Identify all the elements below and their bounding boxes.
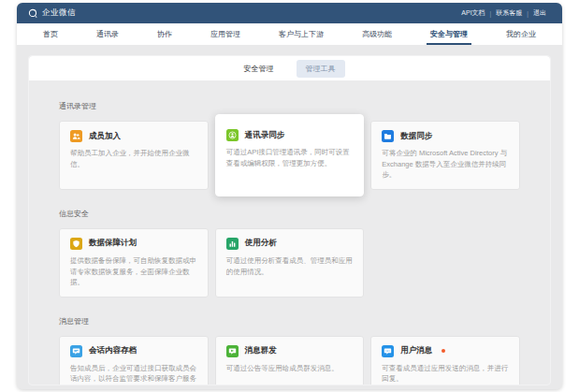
wework-logo-icon: [28, 8, 38, 19]
card-title: 会话内容存档: [89, 345, 137, 356]
wework-logo-text: 企业微信: [42, 7, 76, 19]
contact-support-link[interactable]: 联系客服: [491, 8, 527, 18]
people-icon: [70, 130, 82, 142]
card-description: 可将企业的 Microsoft Active Directory 与 Excha…: [382, 148, 509, 181]
shield-icon: [70, 238, 82, 250]
card-grid: 会话内容存档 告知成员后，企业可通过接口获取成员会话内容，以符合监管要求和保障客…: [59, 336, 520, 385]
card-contacts-sync[interactable]: 通讯录同步 可通过API接口管理通讯录，同时可设置查看或编辑权限，管理更加方便。: [215, 114, 365, 196]
logout-link[interactable]: 退出: [528, 8, 551, 18]
nav-item-advanced[interactable]: 高级功能: [356, 23, 398, 45]
nav-item-customers[interactable]: 客户与上下游: [273, 23, 329, 45]
nav-item-my-company[interactable]: 我的企业: [500, 23, 542, 45]
content-area: 安全管理 管理工具 通讯录管理: [17, 55, 562, 389]
card-description: 可通过使用分析查看成员、管理员和应用的使用情况。: [226, 255, 354, 277]
topbar-links: API文档 | 联系客服 | 退出: [456, 8, 551, 18]
subtab-strip: 安全管理 管理工具: [29, 56, 550, 80]
card-title: 数据同步: [400, 131, 432, 142]
folder-sync-icon: [382, 130, 394, 142]
nav-item-home[interactable]: 首页: [37, 23, 64, 45]
card-title: 用户消息: [400, 345, 432, 356]
wework-logo: 企业微信: [28, 7, 76, 19]
section-label-information-security: 信息安全: [59, 209, 520, 219]
card-chat-archive[interactable]: 会话内容存档 告知成员后，企业可通过接口获取成员会话内容，以符合监管要求和保障客…: [59, 336, 209, 385]
card-title: 使用分析: [245, 238, 277, 249]
topbar: 企业微信 API文档 | 联系客服 | 退出: [17, 3, 562, 23]
card-description: 提供数据备份保障，可自助恢复数据或申请专家数据恢复服务，全面保障企业数据。: [70, 255, 197, 288]
card-data-sync[interactable]: 数据同步 可将企业的 Microsoft Active Directory 与 …: [370, 121, 520, 190]
card-grid: 数据保障计划 提供数据备份保障，可自助恢复数据或申请专家数据恢复服务，全面保障企…: [59, 228, 520, 298]
card-description: 告知成员后，企业可通过接口获取成员会话内容，以符合监管要求和保障客户服务质量。: [70, 363, 197, 385]
card-description: 可通过API接口管理通讯录，同时可设置查看或编辑权限，管理更加方便。: [226, 147, 354, 168]
card-description: 帮助员工加入企业，并开始使用企业微信。: [70, 148, 197, 169]
section-label-message-management: 消息管理: [59, 316, 520, 327]
nav-item-contacts[interactable]: 通讯录: [91, 23, 124, 45]
card-description: 可通过公告等应用给成员群发消息。: [226, 363, 354, 374]
person-sync-icon: [226, 129, 239, 141]
management-panel: 安全管理 管理工具 通讯录管理: [28, 55, 551, 385]
card-usage-analysis[interactable]: 使用分析 可通过使用分析查看成员、管理员和应用的使用情况。: [215, 228, 365, 298]
card-title: 通讯录同步: [245, 130, 285, 141]
section-label-contacts-management: 通讯录管理: [59, 101, 520, 111]
message-dots-icon: [382, 345, 394, 357]
app-window: 企业微信 API文档 | 联系客服 | 退出 首页 通讯录 协作 应用管理 客户…: [17, 3, 562, 389]
card-user-messages[interactable]: 用户消息 可查看成员通过应用发送的消息，并进行回复。: [370, 336, 520, 385]
nav-item-app-management[interactable]: 应用管理: [205, 23, 246, 45]
tab-management-tools[interactable]: 管理工具: [297, 60, 345, 78]
nav-item-collaboration[interactable]: 协作: [152, 23, 178, 45]
main-nav: 首页 通讯录 协作 应用管理 客户与上下游 高级功能 安全与管理 我的企业: [17, 23, 562, 45]
chat-archive-icon: [70, 345, 82, 357]
card-message-broadcast[interactable]: 消息群发 可通过公告等应用给成员群发消息。: [215, 336, 365, 385]
broadcast-icon: [226, 345, 239, 357]
card-description: 可查看成员通过应用发送的消息，并进行回复。: [382, 363, 509, 385]
card-title: 数据保障计划: [89, 238, 137, 249]
tool-sections: 通讯录管理 成员加入: [29, 101, 550, 385]
card-grid: 成员加入 帮助员工加入企业，并开始使用企业微信。: [59, 121, 520, 190]
card-data-protection-plan[interactable]: 数据保障计划 提供数据备份保障，可自助恢复数据或申请专家数据恢复服务，全面保障企…: [59, 228, 209, 298]
nav-item-security-management[interactable]: 安全与管理: [425, 23, 473, 45]
api-docs-link[interactable]: API文档: [456, 8, 489, 18]
bar-chart-icon: [226, 238, 239, 250]
tab-security-management[interactable]: 安全管理: [235, 60, 283, 78]
card-title: 消息群发: [245, 345, 277, 356]
card-member-join[interactable]: 成员加入 帮助员工加入企业，并开始使用企业微信。: [59, 121, 209, 190]
unread-dot: [441, 349, 445, 353]
card-title: 成员加入: [89, 131, 121, 142]
